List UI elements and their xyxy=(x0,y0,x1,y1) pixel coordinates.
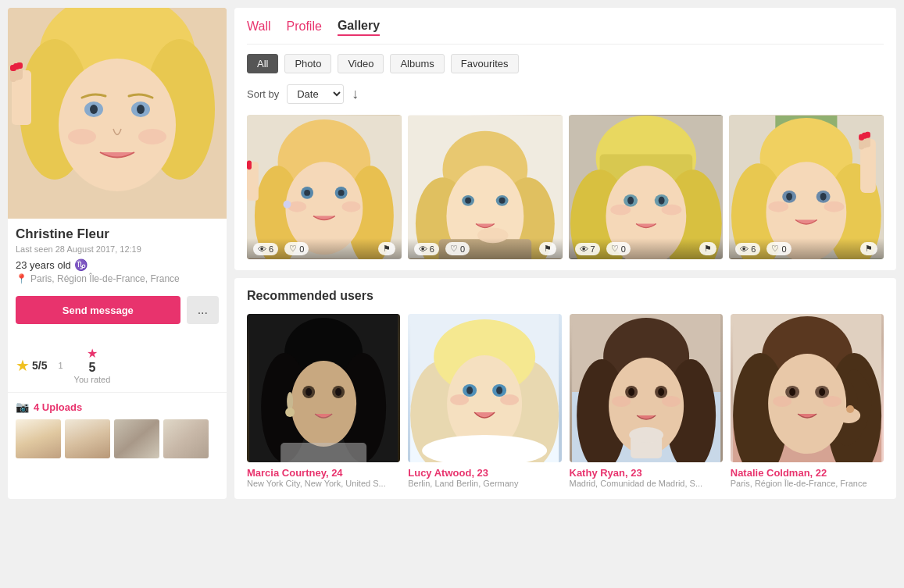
filter-favourites[interactable]: Favourites xyxy=(451,54,519,73)
tabs-row: Wall Profile Gallery xyxy=(247,19,884,45)
rec-location-4: Paris, Région Île-de-France, France xyxy=(731,479,884,488)
filter-all[interactable]: All xyxy=(247,54,278,73)
rec-user-1[interactable]: Marcia Courtney, 24 New York City, New Y… xyxy=(247,314,400,488)
photo-likes-2: ♡ 0 xyxy=(445,242,470,255)
recommended-panel: Recommended users xyxy=(234,278,896,499)
uploads-count: 4 Uploads xyxy=(34,401,82,413)
photo-flag-1[interactable]: ⚑ xyxy=(378,242,395,255)
upload-thumb-2[interactable] xyxy=(65,419,110,458)
svg-point-124 xyxy=(819,388,825,396)
sort-label: Sort by xyxy=(247,88,279,100)
photo-item-2[interactable]: 👁 6 ♡ 0 ⚑ xyxy=(408,115,563,259)
last-seen: Last seen 28 August 2017, 12:19 xyxy=(16,244,219,254)
zodiac-icon: ♑ xyxy=(74,258,88,271)
svg-point-10 xyxy=(138,129,166,144)
tab-profile[interactable]: Profile xyxy=(287,20,322,35)
svg-point-111 xyxy=(612,396,631,407)
upload-thumb-3[interactable] xyxy=(114,419,159,458)
you-rated-value: 5 xyxy=(88,361,95,375)
heart-icon-2: ♡ xyxy=(450,244,458,254)
photo-views-3: 👁 7 xyxy=(575,243,600,255)
more-options-button[interactable]: ... xyxy=(187,296,219,324)
age-line: 23 years old ♑ xyxy=(16,258,219,271)
avatar-image xyxy=(8,8,227,219)
avatar[interactable] xyxy=(8,8,227,219)
rec-user-2[interactable]: Lucy Atwood, 23 Berlin, Land Berlin, Ger… xyxy=(408,314,561,488)
tab-gallery[interactable]: Gallery xyxy=(338,19,380,36)
svg-point-65 xyxy=(769,201,789,212)
svg-point-83 xyxy=(335,388,341,396)
svg-point-96 xyxy=(466,387,473,394)
eye-icon-4: 👁 xyxy=(740,244,749,254)
svg-point-26 xyxy=(338,190,345,196)
svg-point-8 xyxy=(137,105,145,114)
filter-row: All Photo Video Albums Favourites xyxy=(247,54,884,73)
svg-point-109 xyxy=(628,388,634,396)
svg-point-128 xyxy=(846,405,854,413)
rec-user-3[interactable]: Kathy Ryan, 23 Madrid, Comunidad de Madr… xyxy=(570,314,723,488)
heart-icon-3: ♡ xyxy=(611,244,619,254)
sort-order-button[interactable]: ↓ xyxy=(352,86,359,102)
svg-point-79 xyxy=(291,361,356,447)
star-rating[interactable]: ★ 5/5 xyxy=(16,356,47,375)
photo-item-1[interactable]: 👁 6 ♡ 0 ⚑ xyxy=(247,115,402,259)
uploads-section: 📷 4 Uploads xyxy=(8,393,227,466)
photo-overlay-1: 👁 6 ♡ 0 ⚑ xyxy=(247,238,402,259)
photo-flag-4[interactable]: ⚑ xyxy=(860,242,877,255)
svg-rect-86 xyxy=(280,443,366,462)
photo-item-3[interactable]: 👁 7 ♡ 0 ⚑ xyxy=(569,115,724,259)
filter-photo[interactable]: Photo xyxy=(284,54,331,73)
svg-point-126 xyxy=(823,396,841,407)
svg-point-99 xyxy=(500,394,519,405)
svg-point-112 xyxy=(662,396,681,407)
filter-albums[interactable]: Albums xyxy=(390,54,444,73)
svg-rect-31 xyxy=(247,160,252,169)
svg-point-28 xyxy=(342,201,361,212)
svg-point-25 xyxy=(304,190,310,196)
svg-point-29 xyxy=(283,201,291,208)
filter-video[interactable]: Video xyxy=(338,54,384,73)
photo-likes-1: ♡ 0 xyxy=(284,242,309,255)
svg-point-97 xyxy=(496,387,502,394)
eye-icon: 👁 xyxy=(258,244,266,254)
sort-row: Sort by Date Views Likes ↓ xyxy=(247,84,884,104)
photo-flag-3[interactable]: ⚑ xyxy=(699,242,716,255)
rec-name-1: Marcia Courtney, 24 xyxy=(247,467,400,479)
photo-likes-3: ♡ 0 xyxy=(606,242,631,255)
main-content: Wall Profile Gallery All Photo Video Alb… xyxy=(234,8,896,499)
you-rated: ★ 5 You rated xyxy=(74,346,111,384)
photo-flag-2[interactable]: ⚑ xyxy=(539,242,556,255)
rec-user-4[interactable]: Natalie Coldman, 22 Paris, Région Île-de… xyxy=(731,314,884,488)
photo-item-4[interactable]: 👁 6 ♡ 0 ⚑ xyxy=(729,115,884,259)
svg-point-54 xyxy=(661,205,681,216)
rec-image-4 xyxy=(731,314,884,462)
rec-name-4: Natalie Coldman, 22 xyxy=(731,467,884,479)
rec-name-3: Kathy Ryan, 23 xyxy=(570,467,723,479)
svg-point-64 xyxy=(820,193,827,201)
svg-point-110 xyxy=(658,388,664,396)
photo-overlay-3: 👁 7 ♡ 0 ⚑ xyxy=(569,238,724,259)
photo-grid: 👁 6 ♡ 0 ⚑ xyxy=(247,115,884,259)
svg-point-125 xyxy=(773,396,791,407)
sort-select[interactable]: Date Views Likes xyxy=(287,84,344,104)
tab-wall[interactable]: Wall xyxy=(247,20,271,35)
svg-point-7 xyxy=(90,105,98,114)
uploads-grid xyxy=(16,419,219,458)
svg-point-98 xyxy=(450,394,469,405)
location-line: 📍 Paris, Région Île-de-France, France xyxy=(16,273,219,284)
action-buttons: Send message ... xyxy=(8,296,227,332)
svg-point-85 xyxy=(285,408,295,417)
user-name: Christine Fleur xyxy=(16,226,219,242)
upload-thumb-4[interactable] xyxy=(163,419,209,458)
rec-photo-4 xyxy=(731,314,884,462)
svg-point-39 xyxy=(465,198,471,204)
rec-image-2 xyxy=(408,314,561,462)
photo-likes-4: ♡ 0 xyxy=(766,242,791,255)
age-text: 23 years old xyxy=(16,259,71,271)
svg-point-51 xyxy=(627,197,634,205)
upload-thumb-1[interactable] xyxy=(16,419,61,458)
uploads-header[interactable]: 📷 4 Uploads xyxy=(16,401,219,413)
rating-score: 5/5 xyxy=(32,359,47,372)
send-message-button[interactable]: Send message xyxy=(16,296,180,324)
you-rated-label: You rated xyxy=(74,375,111,384)
